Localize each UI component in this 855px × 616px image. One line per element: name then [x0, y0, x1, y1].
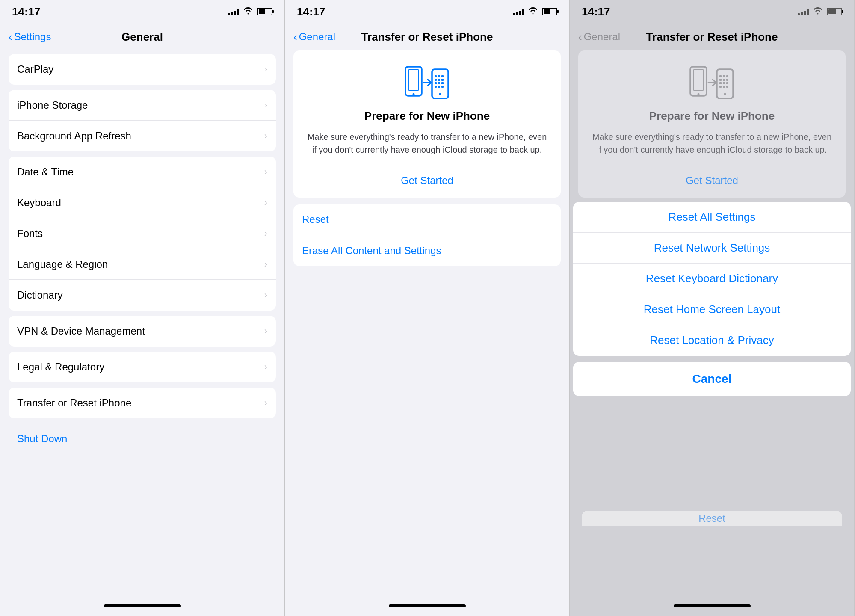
- svg-rect-8: [438, 79, 440, 81]
- settings-row-shutdown[interactable]: Shut Down: [9, 424, 276, 454]
- cancel-button[interactable]: Cancel: [573, 362, 851, 396]
- transfer-label: Transfer or Reset iPhone: [17, 397, 131, 409]
- home-indicator-2: [389, 604, 466, 607]
- datetime-label: Date & Time: [17, 166, 74, 178]
- settings-row-carplay[interactable]: CarPlay ›: [9, 54, 276, 85]
- settings-row-dictionary[interactable]: Dictionary ›: [9, 280, 276, 311]
- svg-rect-11: [438, 82, 440, 84]
- prepare-desc-2: Make sure everything's ready to transfer…: [305, 130, 549, 156]
- status-time-1: 14:17: [12, 5, 41, 18]
- battery-icon-2: [542, 8, 557, 15]
- cancel-button-group: Cancel: [573, 362, 851, 396]
- signal-icon-2: [513, 8, 524, 15]
- svg-point-16: [439, 93, 441, 95]
- erase-label: Erase All Content and Settings: [302, 245, 441, 257]
- settings-row-fonts[interactable]: Fonts ›: [9, 218, 276, 249]
- status-time-2: 14:17: [297, 5, 325, 18]
- signal-icon-1: [228, 8, 239, 15]
- action-reset-all-settings[interactable]: Reset All Settings: [573, 202, 851, 233]
- signal-icon-3: [798, 8, 809, 15]
- reset-location-label: Reset Location & Privacy: [650, 334, 774, 347]
- phone-transfer-icon-3: [689, 63, 736, 102]
- nav-bar-3: ‹ General Transfer or Reset iPhone: [570, 23, 854, 50]
- nav-bar-2: ‹ General Transfer or Reset iPhone: [285, 23, 569, 50]
- reset-network-label: Reset Network Settings: [654, 241, 770, 255]
- get-started-btn-2[interactable]: Get Started: [305, 172, 549, 189]
- battery-icon-1: [257, 8, 272, 15]
- battery-icon-3: [827, 8, 842, 15]
- iphone-storage-chevron: ›: [264, 100, 267, 111]
- back-chevron-3: ‹: [578, 31, 582, 42]
- settings-row-datetime[interactable]: Date & Time ›: [9, 157, 276, 187]
- settings-row-keyboard[interactable]: Keyboard ›: [9, 187, 276, 218]
- reset-card-2: Reset Erase All Content and Settings: [293, 204, 561, 266]
- reset-row-erase[interactable]: Erase All Content and Settings: [293, 235, 561, 266]
- settings-group-datetime: Date & Time › Keyboard › Fonts › Languag…: [9, 157, 276, 311]
- carplay-label: CarPlay: [17, 63, 53, 75]
- svg-rect-10: [435, 82, 437, 84]
- action-reset-home-screen[interactable]: Reset Home Screen Layout: [573, 294, 851, 325]
- svg-rect-32: [726, 86, 728, 88]
- reset-keyboard-label: Reset Keyboard Dictionary: [646, 272, 778, 285]
- settings-group-carplay: CarPlay ›: [9, 54, 276, 85]
- back-button-2[interactable]: ‹ General: [293, 31, 335, 43]
- settings-row-language[interactable]: Language & Region ›: [9, 249, 276, 280]
- svg-rect-14: [438, 86, 440, 88]
- svg-rect-4: [435, 75, 437, 77]
- reset-row-reset[interactable]: Reset: [293, 204, 561, 235]
- settings-row-transfer[interactable]: Transfer or Reset iPhone ›: [9, 388, 276, 418]
- back-button-1[interactable]: ‹ Settings: [9, 31, 51, 43]
- svg-point-33: [724, 93, 726, 95]
- back-button-3: ‹ General: [578, 31, 620, 43]
- back-chevron-2: ‹: [293, 31, 297, 42]
- svg-rect-13: [435, 86, 437, 88]
- nav-title-1: General: [121, 30, 163, 44]
- reset-partial-row: Reset: [582, 511, 842, 526]
- panel3-prepare-area: Prepare for New iPhone Make sure everyth…: [570, 50, 854, 198]
- action-sheet: Reset All Settings Reset Network Setting…: [570, 202, 854, 396]
- settings-row-vpn[interactable]: VPN & Device Management ›: [9, 316, 276, 346]
- prepare-card-2: Prepare for New iPhone Make sure everyth…: [293, 50, 561, 198]
- cancel-label: Cancel: [692, 372, 732, 386]
- background-refresh-chevron: ›: [264, 130, 267, 142]
- reset-all-settings-label: Reset All Settings: [669, 210, 756, 224]
- settings-group-legal: Legal & Regulatory ›: [9, 352, 276, 382]
- settings-row-iphone-storage[interactable]: iPhone Storage ›: [9, 90, 276, 121]
- status-bar-2: 14:17: [285, 0, 569, 23]
- settings-row-legal[interactable]: Legal & Regulatory ›: [9, 352, 276, 382]
- get-started-btn-3[interactable]: Get Started: [590, 172, 834, 189]
- carplay-chevron: ›: [264, 64, 267, 75]
- action-reset-keyboard[interactable]: Reset Keyboard Dictionary: [573, 264, 851, 294]
- svg-rect-21: [719, 75, 722, 77]
- settings-group-transfer: Transfer or Reset iPhone ›: [9, 388, 276, 418]
- back-label-3: General: [584, 31, 620, 43]
- svg-rect-15: [441, 86, 444, 88]
- svg-rect-24: [719, 79, 722, 81]
- reset-label: Reset: [302, 213, 329, 225]
- fonts-label: Fonts: [17, 228, 43, 240]
- status-bar-1: 14:17: [0, 0, 284, 23]
- svg-rect-26: [726, 79, 728, 81]
- svg-rect-6: [441, 75, 444, 77]
- prepare-title-3: Prepare for New iPhone: [649, 110, 775, 123]
- dictionary-label: Dictionary: [17, 289, 63, 301]
- nav-title-3: Transfer or Reset iPhone: [646, 30, 778, 44]
- status-icons-1: [228, 7, 272, 17]
- back-label-1: Settings: [14, 31, 51, 43]
- svg-rect-1: [409, 69, 418, 91]
- back-chevron-1: ‹: [9, 31, 12, 42]
- action-reset-network[interactable]: Reset Network Settings: [573, 233, 851, 264]
- status-time-3: 14:17: [582, 5, 610, 18]
- settings-row-background-refresh[interactable]: Background App Refresh ›: [9, 121, 276, 151]
- action-reset-location[interactable]: Reset Location & Privacy: [573, 325, 851, 356]
- home-indicator-1: [104, 604, 181, 607]
- status-bar-3: 14:17: [570, 0, 854, 23]
- panel-reset-sheet: 14:17 ‹ General: [570, 0, 855, 616]
- wifi-icon-2: [528, 7, 538, 17]
- svg-rect-30: [719, 86, 722, 88]
- card-divider-3: [590, 164, 834, 164]
- svg-rect-12: [441, 82, 444, 84]
- svg-rect-9: [441, 79, 444, 81]
- svg-rect-27: [719, 82, 722, 84]
- svg-rect-0: [405, 67, 422, 96]
